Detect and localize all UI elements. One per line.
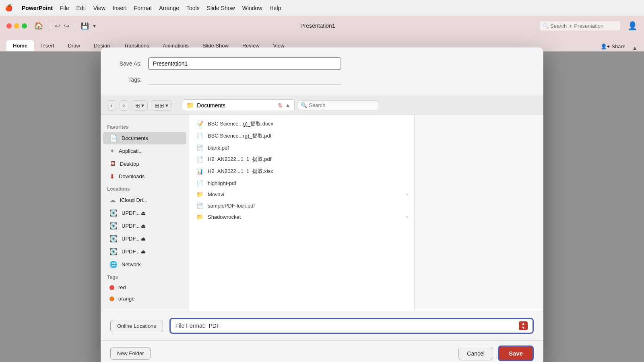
orange-tag-dot [109,296,114,301]
drive-icon: 💽 [109,248,118,255]
sidebar-item-icloud[interactable]: ☁ iCloud Dri... [103,194,186,206]
file-format-select[interactable]: PDF PowerPoint (.pptx) PowerPoint 97-200… [209,323,516,329]
sidebar-item-updf3[interactable]: 💽 UPDF... ⏏ [103,232,186,245]
dialog-actions-row: New Folder Cancel Save [101,340,543,362]
save-button[interactable]: Save [498,346,534,361]
menu-file[interactable]: File [60,5,69,11]
undo-icon[interactable]: ↩ [55,22,60,30]
tab-home[interactable]: Home [6,40,34,51]
tags-input[interactable] [148,75,341,84]
location-collapse-icon[interactable]: ▲ [285,102,290,108]
cancel-button[interactable]: Cancel [458,347,493,360]
home-icon[interactable]: 🏠 [34,21,43,30]
file-format-stepper[interactable]: ▲ ▼ [519,321,528,330]
close-button[interactable] [6,23,12,29]
sidebar-item-label: iCloud Dri... [120,197,147,203]
account-icon[interactable]: 👤 [627,21,638,31]
file-name: Movavi [208,191,402,197]
save-dialog: Save As: Tags: ‹ › ⊞ ▾ [101,47,543,362]
sidebar-item-label: Applicati... [119,148,143,154]
dropdown-icon[interactable]: ▾ [93,23,96,29]
tags-label: Tags: [114,76,142,83]
sidebar-item-downloads[interactable]: ⬇ Downloads [103,170,186,183]
sidebar-item-label: Desktop [120,161,139,167]
online-locations-button[interactable]: Online Locations [110,320,163,332]
list-item[interactable]: 📝 BBC Science...g)_提取.docx [189,118,414,130]
view-columns-button[interactable]: ⊞ ▾ [132,100,148,111]
menu-slideshow[interactable]: Slide Show [207,5,235,11]
save-as-input[interactable] [148,57,341,70]
file-list: 📝 BBC Science...g)_提取.docx 📄 BBC Science… [189,115,414,226]
grid-icon: ⊞⊞ [155,102,164,109]
tab-draw[interactable]: Draw [62,40,87,51]
menu-help[interactable]: Help [270,5,281,11]
sidebar-item-updf1[interactable]: 💽 UPDF... ⏏ [103,207,186,219]
file-name: BBC Science...rg)_提取.pdf [208,132,408,140]
list-item[interactable]: 📊 H2_AN2022...1_1_提取.xlsx [189,165,414,177]
sidebar-item-updf4[interactable]: 💽 UPDF... ⏏ [103,245,186,258]
sidebar-item-label: Downloads [119,173,144,179]
tab-insert[interactable]: Insert [35,40,61,51]
drive-icon: 💽 [109,222,118,230]
list-item[interactable]: 📄 blank.pdf [189,142,414,153]
ribbon-collapse-icon[interactable]: ▲ [632,45,638,51]
favorites-label: Favorites [101,121,189,132]
list-item[interactable]: 📄 H2_AN2022...1_1_提取.pdf [189,153,414,165]
list-item[interactable]: 📄 samplePDF-lock.pdf [189,200,414,211]
list-item[interactable]: 📁 Movavi › [189,189,414,200]
forward-button[interactable]: › [120,100,129,111]
list-item[interactable]: 📁 Shadowrocket › [189,211,414,222]
file-search-wrap: 🔍 [298,100,378,110]
file-search-input[interactable] [298,100,378,110]
file-name: Shadowrocket [208,214,402,220]
tag-label: orange [118,296,134,302]
apple-icon[interactable]: 🍎 [5,4,13,12]
redo-icon[interactable]: ↪ [64,22,69,30]
save-icon[interactable]: 💾 [81,22,89,30]
sidebar-item-tag-red[interactable]: red [103,282,186,293]
menu-view[interactable]: View [93,5,105,11]
file-format-wrap: File Format: PDF PowerPoint (.pptx) Powe… [169,318,534,334]
location-stepper[interactable]: ⇅ [278,102,283,109]
sidebar-item-updf2[interactable]: 💽 UPDF... ⏏ [103,220,186,232]
toolbar-separator2 [75,21,75,30]
sidebar-item-tag-orange[interactable]: orange [103,293,186,304]
sidebar-item-label: UPDF... ⏏ [122,210,146,216]
dialog-overlay: Save As: Tags: ‹ › ⊞ ▾ [0,51,644,362]
maximize-button[interactable] [22,23,27,29]
sidebar-item-applications[interactable]: ✦ Applicati... [103,145,186,157]
view-grid-button[interactable]: ⊞⊞ ▾ [151,100,172,111]
downloads-icon: ⬇ [109,173,115,180]
forward-icon: › [123,102,125,109]
new-folder-button[interactable]: New Folder [110,347,151,360]
file-icon: 📄 [196,156,204,162]
desktop-icon: 🖥 [109,160,116,167]
menu-insert[interactable]: Insert [113,5,127,11]
app-name: PowerPoint [22,5,53,11]
list-item[interactable]: 📄 BBC Science...rg)_提取.pdf [189,130,414,142]
sidebar-item-documents[interactable]: 📄 Documents [103,132,186,144]
menu-window[interactable]: Window [242,5,262,11]
menu-arrange[interactable]: Arrange [159,5,179,11]
folder-icon: 📁 [186,101,194,109]
menu-bar: 🍎 PowerPoint File Edit View Insert Forma… [0,0,644,16]
file-name: highlight-pdf [208,180,408,186]
menu-tools[interactable]: Tools [186,5,200,11]
share-button[interactable]: 👤+ Share [597,42,630,51]
location-button[interactable]: 📁 Documents ⇅ ▲ [182,99,295,111]
sidebar-item-label: UPDF... ⏏ [122,249,146,255]
chevron-right-icon: › [406,214,408,220]
sidebar-item-network[interactable]: 🌐 Network [103,258,186,271]
sidebar-item-desktop[interactable]: 🖥 Desktop [103,158,186,170]
file-icon: 📄 [196,144,204,151]
list-item[interactable]: 📄 highlight-pdf [189,177,414,189]
search-input[interactable] [540,21,620,31]
columns-dropdown-icon: ▾ [141,102,144,109]
sidebar-item-label: Documents [122,135,148,141]
minimize-button[interactable] [14,23,19,29]
menu-edit[interactable]: Edit [76,5,86,11]
dialog-toolbar: ‹ › ⊞ ▾ ⊞⊞ ▾ 📁 Documents ⇅ ▲ [101,96,543,115]
menu-format[interactable]: Format [134,5,152,11]
back-button[interactable]: ‹ [107,100,116,111]
save-as-label: Save As: [114,60,142,67]
